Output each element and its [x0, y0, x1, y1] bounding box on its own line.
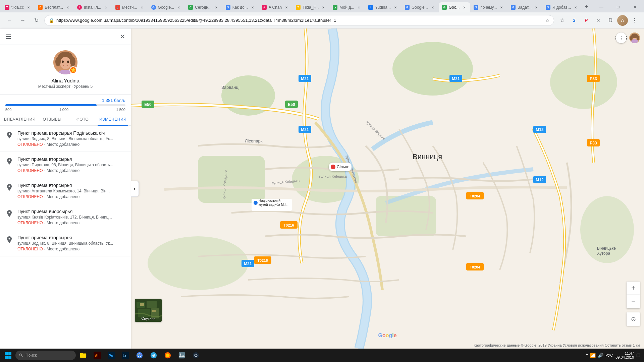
tab-reviews[interactable]: ОТЗЫВЫ	[37, 114, 67, 125]
tab-2[interactable]: Б Бесплат... ✕	[35, 2, 74, 12]
tab-close-5[interactable]: ✕	[176, 5, 181, 10]
tab-12[interactable]: G Google... ✕	[401, 2, 439, 12]
tab-9[interactable]: T Tilda_F... ✕	[292, 2, 329, 12]
tab-close-8[interactable]: ✕	[284, 5, 289, 10]
item-address-1: вулиця Пирогова, 98, Вінниця, Вінницька …	[17, 163, 125, 167]
forward-button[interactable]: →	[17, 15, 28, 26]
tray-network[interactable]: 📶	[590, 353, 596, 358]
taskbar-app-telegram[interactable]	[147, 349, 160, 362]
panel-collapse-button[interactable]: ‹	[131, 181, 139, 197]
new-tab-button[interactable]: +	[582, 2, 591, 12]
tab-close-3[interactable]: ✕	[103, 5, 109, 10]
profile-button[interactable]: A	[617, 15, 628, 26]
tab-1[interactable]: T tilda.cc ✕	[1, 2, 35, 12]
tab-close-11[interactable]: ✕	[393, 5, 398, 10]
list-item-1[interactable]: Пункт приема вторсырья вулиця Пирогова, …	[0, 152, 131, 178]
tab-7[interactable]: G Как до... ✕	[222, 2, 259, 12]
tab-10[interactable]: ▲ Мой д... ✕	[329, 2, 365, 12]
tab-6[interactable]: С Сегодн... ✕	[185, 2, 222, 12]
tab-16[interactable]: G Я добав... ✕	[542, 2, 582, 12]
taskbar-app-images[interactable]	[175, 349, 189, 362]
tab-close-1[interactable]: ✕	[26, 5, 31, 10]
tray-arrow[interactable]: ^	[586, 353, 588, 358]
extension-1[interactable]: 2	[569, 15, 580, 26]
more-button[interactable]: ⋮	[629, 15, 640, 26]
tray-lang[interactable]: РУС	[605, 353, 613, 357]
svg-rect-74	[152, 310, 156, 312]
google-apps-button[interactable]: ⋮⋮⋮	[616, 33, 627, 43]
tab-5[interactable]: G Google... ✕	[148, 2, 185, 12]
svg-rect-73	[140, 303, 144, 306]
svg-text:M12: M12	[536, 127, 544, 132]
google-logo: Google	[378, 333, 396, 339]
tab-close-16[interactable]: ✕	[573, 5, 578, 10]
svg-text:Національний: Національний	[259, 199, 280, 202]
reload-button[interactable]: ↻	[31, 15, 42, 26]
maximize-button[interactable]: □	[610, 2, 626, 12]
list-item-2[interactable]: Пункт приема вторсырья вулиця Агатангела…	[0, 178, 131, 204]
tab-changes[interactable]: ИЗМЕНЕНИЯ	[98, 114, 128, 125]
tab-close-2[interactable]: ✕	[65, 5, 70, 10]
zoom-out-button[interactable]: −	[627, 295, 640, 308]
taskbar-app-chrome[interactable]	[133, 349, 146, 362]
tab-close-14[interactable]: ✕	[499, 5, 504, 10]
start-button[interactable]	[1, 349, 15, 362]
tab-close-15[interactable]: ✕	[534, 5, 539, 10]
taskbar-app-steam[interactable]	[189, 349, 203, 362]
my-location-button[interactable]: ⊙	[627, 312, 640, 326]
item-address-3: вулиця Князів Коріатовичів, 172, Вінниця…	[17, 215, 125, 220]
map-profile-button[interactable]	[629, 33, 640, 43]
map-area[interactable]: Зарванці Лісопарк E50 E50 M21 M21 M21 M2…	[131, 28, 644, 349]
minimize-button[interactable]: —	[594, 2, 609, 12]
list-item-3[interactable]: Пункт приема виорсырья вулиця Князів Кор…	[0, 204, 131, 230]
svg-rect-13	[376, 196, 436, 236]
back-button[interactable]: ←	[4, 15, 15, 26]
list-item-0[interactable]: Пункт приема вторсырья Подільська січ ву…	[0, 126, 131, 152]
satellite-thumbnail[interactable]: Спутник	[135, 299, 162, 322]
tab-11[interactable]: f Yudina... ✕	[365, 2, 401, 12]
taskbar-app-explorer[interactable]	[76, 349, 90, 362]
tab-close-6[interactable]: ✕	[214, 5, 219, 10]
taskbar-clock[interactable]: 11:47 09.04.2019	[615, 351, 634, 359]
taskbar-app-illustrator[interactable]: Ai	[91, 349, 104, 362]
svg-rect-58	[252, 199, 292, 211]
tab-8[interactable]: A A Chan ✕	[259, 2, 292, 12]
item-title-4: Пункт приема вторсырья	[17, 235, 125, 240]
zoom-in-button[interactable]: +	[627, 282, 640, 295]
tab-close-9[interactable]: ✕	[321, 5, 326, 10]
tab-close-13[interactable]: ✕	[462, 5, 467, 10]
tab-close-10[interactable]: ✕	[356, 5, 362, 10]
progress-labels: 500 1 000 1 500	[5, 108, 125, 112]
score-arrow[interactable]: ›	[124, 98, 125, 103]
extension-pinterest[interactable]: P	[581, 15, 592, 26]
tab-13[interactable]: G Goo... ✕	[439, 2, 471, 12]
tab-close-4[interactable]: ✕	[139, 5, 145, 10]
score-value[interactable]: 1 381 балл	[102, 98, 124, 103]
svg-point-15	[550, 55, 617, 109]
svg-text:Сільпо: Сільпо	[337, 165, 350, 169]
tab-15[interactable]: G Задат... ✕	[507, 2, 542, 12]
tab-close-12[interactable]: ✕	[430, 5, 435, 10]
list-item-4[interactable]: Пункт приема вторсырья вулиця Зодчих, 8,…	[0, 230, 131, 256]
tab-photos[interactable]: ФОТО	[67, 114, 98, 125]
url-bar[interactable]: 🔒 https://www.google.com.ua/maps/contrib…	[44, 15, 554, 26]
extension-4[interactable]: D	[605, 15, 616, 26]
menu-icon[interactable]: ☰	[5, 33, 11, 41]
bookmarks-button[interactable]: ☆	[557, 15, 568, 26]
tab-3[interactable]: I InstaПл... ✕	[74, 2, 112, 12]
taskbar-search[interactable]: Поиск	[15, 351, 76, 360]
tab-impressions[interactable]: ВПЕЧАТЛЕНИЯ	[3, 114, 37, 125]
panel-close-icon[interactable]: ✕	[120, 33, 125, 41]
taskbar-app-lightroom[interactable]: Lr	[119, 349, 132, 362]
taskbar-app-browser2[interactable]	[161, 349, 174, 362]
notification-icon[interactable]: □	[637, 352, 640, 358]
star-icon[interactable]: ☆	[545, 18, 550, 23]
tab-4[interactable]: 📍 Местн... ✕	[112, 2, 148, 12]
taskbar-app-photoshop[interactable]: Ps	[105, 349, 118, 362]
tab-14[interactable]: G почему... ✕	[470, 2, 507, 12]
tray-volume[interactable]: 🔊	[598, 353, 603, 358]
taskbar-search-icon	[19, 353, 23, 358]
tab-close-7[interactable]: ✕	[250, 5, 255, 10]
close-button[interactable]: ✕	[627, 2, 643, 12]
extension-3[interactable]: ∞	[593, 15, 604, 26]
